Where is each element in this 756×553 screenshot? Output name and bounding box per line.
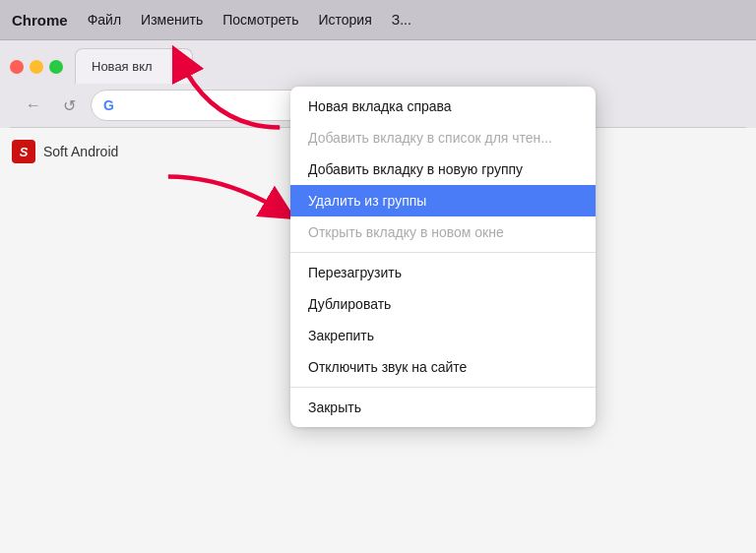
reload-button[interactable]: ↺ [55,92,83,119]
back-button[interactable]: ← [20,92,47,119]
menu-item-add-to-reading: Добавить вкладку в список для чтен... [290,122,596,154]
menu-item-close[interactable]: Закрыть [290,392,596,423]
menu-item-remove-from-group[interactable]: Удалить из группы [290,185,596,216]
tab-bar: Новая вкл [10,48,746,84]
menubar: Chrome Файл Изменить Посмотреть История … [0,0,756,40]
traffic-lights [10,60,71,84]
browser-tab[interactable]: Новая вкл [75,48,193,84]
menu-view[interactable]: Посмотреть [222,12,298,28]
menu-item-duplicate[interactable]: Дублировать [290,288,596,320]
menu-separator [290,252,596,253]
menu-item-new-tab-right[interactable]: Новая вкладка справа [290,91,596,122]
menu-item-add-to-group[interactable]: Добавить вкладку в новую группу [290,154,596,185]
traffic-light-yellow[interactable] [30,60,43,74]
menu-file[interactable]: Файл [88,12,121,28]
menu-separator [290,387,596,388]
bookmark-item[interactable]: S Soft Android [12,140,118,163]
traffic-light-red[interactable] [10,60,24,74]
menu-item-mute[interactable]: Отключить звук на сайте [290,351,596,383]
reload-icon: ↺ [63,96,76,115]
bookmark-icon: S [12,140,35,163]
menu-item-open-new-window: Открыть вкладку в новом окне [290,216,596,248]
back-icon: ← [26,96,41,114]
menu-item-reload[interactable]: Перезагрузить [290,257,596,288]
menu-more[interactable]: З... [392,12,411,28]
menu-history[interactable]: История [318,12,371,28]
tab-label: Новая вкл [92,59,153,74]
menu-edit[interactable]: Изменить [141,12,203,28]
menu-item-pin[interactable]: Закрепить [290,320,596,351]
traffic-light-green[interactable] [49,60,63,74]
bookmark-label: Soft Android [43,144,118,159]
google-logo: G [103,97,114,113]
app-name: Chrome [12,12,68,29]
context-menu: Новая вкладка справаДобавить вкладку в с… [290,87,596,427]
